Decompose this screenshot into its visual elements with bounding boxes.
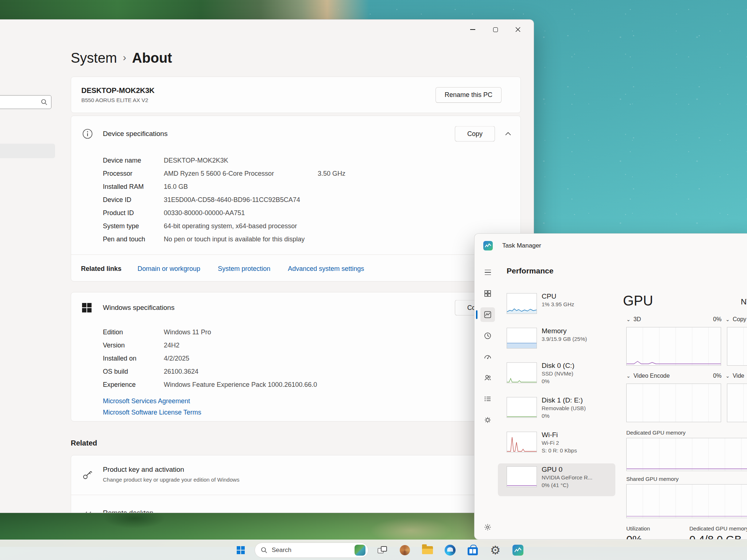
windows-specifications-header[interactable]: Windows specifications Copy — [71, 292, 520, 323]
metric-cpu[interactable]: CPU1% 3.95 GHz — [498, 290, 615, 323]
related-links-label: Related links — [81, 265, 121, 273]
gpu-video-decode-graph — [727, 384, 747, 422]
spec-row: EditionWindows 11 Pro — [103, 326, 520, 339]
task-manager-title: Task Manager — [502, 242, 541, 249]
startup-icon — [484, 353, 491, 360]
settings-button[interactable]: ⚙ — [487, 541, 504, 559]
metric-gpu0[interactable]: GPU 0NVIDIA GeForce R...0% (41 °C) — [498, 463, 615, 496]
copy-device-specs-button[interactable]: Copy — [455, 126, 495, 141]
sidebar-item-processes[interactable] — [480, 286, 495, 301]
gpu-3d-label: 3D — [634, 316, 641, 322]
gpu-video-decode-label: Vide — [733, 373, 744, 379]
start-button[interactable] — [232, 541, 249, 559]
sidebar-item-services[interactable] — [480, 413, 495, 427]
close-icon — [515, 27, 520, 32]
sidebar-item-users[interactable] — [480, 370, 495, 385]
sidebar-item-details[interactable] — [480, 392, 495, 406]
info-icon — [82, 128, 93, 139]
minimize-button[interactable] — [461, 22, 484, 37]
remote-desktop-row[interactable]: Remote desktop — [71, 495, 520, 513]
chevron-down-icon[interactable]: ⌄ — [626, 373, 631, 379]
performance-page-title: Performance — [507, 267, 553, 275]
file-explorer-icon — [422, 546, 433, 554]
chevron-down-icon[interactable]: ⌄ — [725, 373, 730, 379]
link-system-protection[interactable]: System protection — [218, 265, 270, 273]
spec-row: OS build26100.3624 — [103, 365, 520, 378]
metric-memory[interactable]: Memory3.9/15.9 GB (25%) — [498, 325, 615, 358]
gpu-video-encode-graph — [626, 384, 721, 422]
maximize-button[interactable] — [484, 22, 507, 37]
windows-logo-icon — [82, 303, 92, 312]
gpu-video-encode-row: ⌄Video Encode 0% ⌄Vide — [626, 373, 747, 381]
gpu-copy-label: Copy — [733, 316, 746, 322]
task-manager-app-icon — [483, 241, 493, 250]
remote-desktop-icon — [82, 509, 93, 513]
settings-search-input[interactable] — [0, 95, 51, 109]
gpu-video-encode-value: 0% — [713, 373, 721, 379]
navigation-menu-icon[interactable] — [480, 265, 495, 280]
spec-row: Installed RAM16.0 GB — [103, 180, 520, 193]
metric-disk1[interactable]: Disk 1 (D: E:)Removable (USB)0% — [498, 394, 615, 427]
task-manager-window: Task Manager Performance — [474, 233, 747, 540]
sidebar-item-startup-apps[interactable] — [480, 349, 495, 364]
chevron-up-icon[interactable] — [505, 132, 511, 136]
spec-row: Product ID00330-80000-00000-AA751 — [103, 206, 520, 219]
windows-specifications-title: Windows specifications — [103, 304, 174, 312]
sidebar-item-performance[interactable] — [480, 307, 495, 322]
link-microsoft-software-license-terms[interactable]: Microsoft Software License Terms — [103, 407, 520, 418]
sidebar-item-app-history[interactable] — [480, 328, 495, 343]
related-card: Product key and activation Change produc… — [71, 455, 521, 513]
file-explorer-button[interactable] — [419, 541, 436, 559]
breadcrumb-system[interactable]: System — [71, 50, 117, 66]
performance-icon — [484, 311, 491, 318]
spec-row: Version24H2 — [103, 339, 520, 352]
windows-specifications-card: Windows specifications Copy EditionWindo… — [71, 292, 521, 421]
chevron-right-icon: › — [123, 52, 126, 63]
rename-pc-button[interactable]: Rename this PC — [436, 87, 502, 103]
link-advanced-system-settings[interactable]: Advanced system settings — [288, 265, 364, 273]
device-specifications-header[interactable]: Device specifications Copy — [71, 116, 520, 151]
gpu-video-encode-label: Video Encode — [634, 373, 670, 379]
dedicated-memory-stat-value: 0.4/8.0 GB — [689, 533, 742, 540]
wallpaper-forest-top — [0, 0, 419, 21]
chevron-down-icon[interactable]: ⌄ — [725, 316, 730, 322]
gpu-3d-row: ⌄3D 0% ⌄Copy — [626, 316, 747, 325]
minimize-icon — [470, 29, 475, 30]
edge-button[interactable] — [441, 541, 459, 559]
motherboard-model: B550 AORUS ELITE AX V2 — [81, 97, 155, 103]
spec-row: Pen and touchNo pen or touch input is av… — [103, 233, 520, 246]
copilot-button[interactable] — [396, 541, 414, 559]
windows-start-icon — [237, 546, 245, 554]
breadcrumb: System › About — [71, 50, 172, 66]
close-button[interactable] — [507, 22, 529, 37]
settings-gear-icon[interactable] — [480, 520, 495, 534]
windows-spec-rows: EditionWindows 11 Pro Version24H2 Instal… — [71, 323, 520, 391]
device-spec-rows: Device nameDESKTOP-MOK2K3K ProcessorAMD … — [71, 151, 520, 246]
metric-disk0[interactable]: Disk 0 (C:)SSD (NVMe)0% — [498, 359, 615, 392]
utilization-value: 0% — [626, 533, 642, 540]
sidebar-item-system-selected[interactable] — [0, 144, 55, 158]
task-view-button[interactable] — [374, 541, 391, 559]
product-key-subtitle: Change product key or upgrade your editi… — [103, 477, 239, 483]
key-icon — [82, 470, 93, 481]
store-button[interactable] — [464, 541, 481, 559]
search-highlight-thumbnail-icon — [355, 545, 365, 556]
users-icon — [484, 374, 491, 381]
task-manager-button[interactable] — [509, 541, 527, 559]
link-domain-or-workgroup[interactable]: Domain or workgroup — [138, 265, 200, 273]
chevron-down-icon[interactable]: ⌄ — [626, 316, 631, 322]
services-icon — [484, 416, 491, 424]
shared-gpu-memory-label: Shared GPU memory — [626, 476, 678, 482]
metric-wifi[interactable]: Wi-FiWi-Fi 2S: 0 R: 0 Kbps — [498, 429, 615, 462]
product-key-row[interactable]: Product key and activation Change produc… — [71, 455, 520, 495]
link-microsoft-services-agreement[interactable]: Microsoft Services Agreement — [103, 396, 520, 407]
spec-row: System type64-bit operating system, x64-… — [103, 219, 520, 233]
search-label: Search — [272, 547, 291, 554]
taskbar-search-input[interactable]: Search — [255, 542, 368, 558]
dedicated-memory-stat-label: Dedicated GPU memory — [689, 525, 747, 532]
history-icon — [484, 332, 491, 339]
disk0-thumbnail-graph — [507, 362, 537, 383]
gpu-3d-value: 0% — [713, 316, 721, 323]
task-manager-icon — [512, 545, 523, 556]
utilization-label: Utilization — [626, 525, 650, 532]
